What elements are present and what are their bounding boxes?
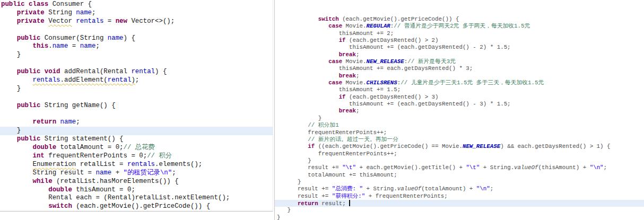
code-token[interactable]: ; [490,186,493,192]
code-token[interactable]: "\n" [476,186,490,192]
code-line[interactable]: double totalAmount = 0;// 总花费 [1,144,273,152]
code-line[interactable]: public String getName() { [1,102,273,110]
code-line[interactable]: if (each.getDaysRented() > 3) [277,94,644,101]
code-token[interactable]: private [17,17,45,25]
code-token[interactable]: case [328,58,342,65]
code-line[interactable]: frequentRenterPoints++; [277,151,644,157]
code-token[interactable]: valueOf [397,186,421,192]
code-token[interactable]: } [1,51,21,58]
code-token[interactable] [1,203,48,210]
code-token[interactable] [277,16,318,22]
code-token[interactable] [277,129,308,136]
code-token[interactable] [277,86,339,93]
code-token[interactable]: void [45,68,60,75]
code-token[interactable]: result += [298,193,332,199]
code-line[interactable]: thisAmount += (each.getDaysRented() - 2)… [277,44,644,51]
code-token[interactable]: if [308,143,315,149]
code-token[interactable]: Consumer(String [40,34,107,42]
code-line[interactable]: return result; [275,200,644,207]
code-token[interactable]: thisAmount += each.getDaysRented() * 3; [339,65,473,72]
code-token[interactable]: ; [604,164,607,171]
code-line[interactable]: if (each.getDaysRented() > 2) [277,37,644,44]
code-line[interactable]: switch (each.getMovie().getPriceCode()) … [1,203,273,211]
code-token[interactable]: Movie. [342,23,366,29]
code-token[interactable] [1,68,17,75]
code-token[interactable]: ) { [155,68,167,75]
code-line[interactable] [1,110,273,119]
code-token[interactable]: String statement() { [40,135,123,143]
code-line[interactable]: } [277,214,644,220]
code-token[interactable]: String [45,9,76,16]
code-line[interactable]: switch (each.getMovie().getPriceCode()) … [277,16,644,23]
code-token[interactable]: "总消费: " [332,186,363,192]
code-token[interactable]: Enumeration [33,161,76,168]
code-token[interactable] [1,34,17,42]
code-token[interactable]: Movie. [342,80,366,86]
code-token[interactable]: retalList = [76,161,127,168]
code-token[interactable] [277,94,339,100]
code-line[interactable]: case Movie.REGULAR:// 普通片是少于两天2元 多于两天，每天… [277,23,644,30]
code-line[interactable]: rentals.addElement(rental); [1,76,273,85]
code-line[interactable]: } [277,157,644,164]
code-token[interactable]: public [17,34,41,42]
code-token[interactable]: rental [108,76,132,84]
code-token[interactable]: ) && each.getDaysRented() > 1) { [500,143,610,149]
code-token[interactable]: thisAmount += (each.getDaysRented() - 3)… [349,101,511,107]
code-token[interactable] [1,186,48,193]
code-line[interactable]: Enumeration retalList = rentals.elements… [1,161,273,169]
code-token[interactable]: (each.getMovie().getPriceCode()) { [72,203,210,210]
code-token[interactable]: totalAmount = 0; [56,144,123,151]
code-line[interactable]: frequentRenterPoints++; [277,129,644,136]
code-line[interactable]: Rental each = (Rental)retalList.nextElem… [1,194,273,203]
code-token[interactable]: NEW_RELEASE [366,58,404,65]
code-token[interactable]: ; [135,76,139,84]
code-token[interactable] [277,44,349,50]
code-token[interactable]: result += [298,186,332,192]
code-token[interactable]: totalAmount += thisAmount; [308,172,397,178]
code-token[interactable] [40,68,44,75]
code-token[interactable]: "\t" [466,164,480,171]
code-token[interactable] [277,122,308,128]
code-token[interactable]: ; [172,169,176,177]
code-token[interactable]: // 新片的话。超过一天。再加一分 [308,136,398,143]
code-token[interactable]: return [33,118,57,126]
code-line[interactable]: thisAmount += 2; [277,30,644,37]
code-line[interactable] [1,93,273,102]
code-token[interactable]: break [339,51,356,58]
code-token[interactable]: . [48,42,52,50]
code-token[interactable] [1,17,17,25]
code-token[interactable]: Vector<>(); [127,17,175,25]
code-token[interactable]: name [76,9,92,16]
code-line[interactable]: while (retalList.hasMoreElements()) { [1,178,273,186]
code-token[interactable]: CHILSRENS [366,80,397,86]
code-token[interactable]: // 普通片是少于两天2元 多于两天，每天加收1.5元 [394,23,530,29]
code-token[interactable] [277,143,308,149]
code-token[interactable]: public [17,102,41,109]
code-line[interactable]: public void addRental(Rental rental) { [1,68,273,76]
code-token[interactable]: } [287,207,290,213]
code-token[interactable] [277,207,287,213]
code-token[interactable] [277,172,308,178]
code-token[interactable]: return [298,200,318,207]
code-token[interactable]: "\t" [342,164,356,171]
code-token[interactable]: frequentRenterPoints++; [308,129,387,136]
code-token[interactable] [277,115,318,121]
code-token[interactable]: name [108,34,124,42]
code-line[interactable]: String result = name + "的租赁记录\n"; [1,169,273,178]
code-token[interactable]: // 新片是每天3元 [407,58,456,65]
code-token[interactable]: } [277,214,280,220]
code-token[interactable]: result += [308,164,342,171]
code-token[interactable]: + each.getMovie().getTitle() + [356,164,466,171]
code-token[interactable]: + String. [363,186,397,192]
code-token[interactable]: break [339,108,356,114]
code-token[interactable] [56,118,60,126]
code-token[interactable]: public [1,1,25,8]
code-token[interactable] [1,144,33,151]
code-token[interactable]: private [17,9,45,16]
code-token[interactable] [1,9,17,16]
code-token[interactable] [277,179,298,185]
code-line[interactable]: int frequentRenterPoints = 0;// 积分 [1,152,273,161]
code-line[interactable]: public String statement() { [1,135,273,144]
code-token[interactable]: // 积分加1 [308,122,338,128]
code-token[interactable]: double [48,186,72,193]
